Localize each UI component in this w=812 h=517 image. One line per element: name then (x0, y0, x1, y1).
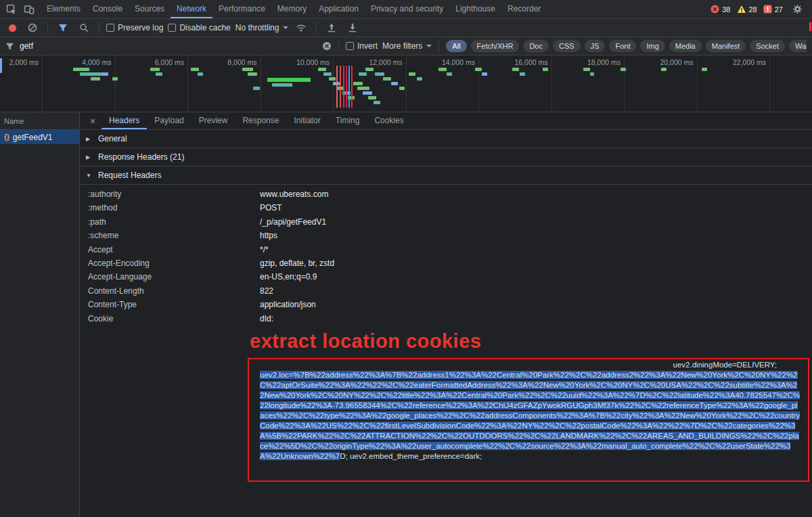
waterfall-bar[interactable] (198, 72, 203, 76)
waterfall-bar[interactable] (661, 68, 667, 71)
error-badge[interactable]: 38 (710, 5, 730, 14)
resource-type-pill[interactable]: Wasm (789, 40, 807, 52)
waterfall-bar[interactable] (482, 72, 487, 76)
detail-tab[interactable]: Headers (102, 112, 147, 129)
waterfall-bar[interactable] (323, 72, 332, 76)
waterfall-bar[interactable] (520, 72, 525, 76)
waterfall-bar[interactable] (359, 72, 367, 76)
waterfall-bar[interactable] (0, 58, 2, 73)
import-har-button[interactable] (323, 20, 340, 36)
settings-gear-icon[interactable] (789, 1, 805, 18)
cookie-value-block[interactable]: uev2.loc=%7B%22address%22%3A%7B%22addres… (260, 370, 801, 462)
waterfall-bar[interactable] (272, 83, 292, 87)
detail-tab[interactable]: Preview (191, 112, 235, 129)
waterfall-bar[interactable] (399, 87, 405, 90)
request-row[interactable]: {} getFeedV1 (0, 130, 79, 144)
waterfall-bar[interactable] (102, 72, 108, 76)
waterfall-bar[interactable] (475, 68, 482, 71)
close-detail-button[interactable]: × (84, 112, 102, 129)
export-har-button[interactable] (344, 20, 361, 36)
clear-filter-button[interactable] (322, 41, 332, 51)
resource-type-pill[interactable]: CSS (553, 40, 581, 52)
waterfall-bar[interactable] (329, 77, 336, 81)
waterfall-bar[interactable] (357, 87, 369, 90)
header-section-row[interactable]: ▶ Response Headers (21) (80, 148, 812, 166)
waterfall-bar[interactable] (391, 82, 398, 85)
waterfall-bar[interactable] (543, 68, 548, 71)
network-overview-waterfall[interactable]: 2,000 ms4,000 ms6,000 ms8,000 ms10,000 m… (0, 55, 812, 112)
preserve-log-checkbox[interactable] (106, 24, 114, 32)
waterfall-bar[interactable] (383, 77, 391, 81)
resource-type-pill[interactable]: Socket (750, 40, 785, 52)
detail-tab[interactable]: Initiator (286, 112, 328, 129)
waterfall-bar[interactable] (242, 68, 253, 71)
waterfall-bar[interactable] (590, 72, 594, 76)
waterfall-bar[interactable] (621, 68, 626, 71)
resource-type-pill[interactable]: All (446, 40, 466, 52)
detail-tab[interactable]: Timing (328, 112, 367, 129)
network-conditions-icon[interactable] (293, 20, 309, 36)
resource-type-pill[interactable]: JS (585, 40, 606, 52)
resource-type-pill[interactable]: Media (669, 40, 702, 52)
device-toolbar-icon[interactable] (21, 1, 37, 18)
waterfall-bar[interactable] (73, 68, 89, 71)
waterfall-bar[interactable] (191, 68, 199, 71)
waterfall-bar[interactable] (365, 68, 374, 71)
header-section-row[interactable]: ▶ General (80, 130, 812, 148)
waterfall-bar[interactable] (91, 77, 100, 81)
waterfall-bar[interactable] (156, 72, 162, 76)
waterfall-bar[interactable] (267, 78, 311, 82)
waterfall-bar[interactable] (80, 72, 102, 76)
waterfall-bar[interactable] (512, 68, 519, 71)
resource-type-pill[interactable]: Font (609, 40, 636, 52)
waterfall-bar[interactable] (417, 77, 422, 81)
main-tab[interactable]: Sources (129, 0, 171, 18)
header-section-row[interactable]: ▼ Request Headers (80, 166, 812, 185)
main-tab[interactable]: Performance (212, 0, 271, 18)
waterfall-bar[interactable] (253, 87, 260, 90)
requests-name-header[interactable]: Name (0, 112, 79, 130)
waterfall-bar[interactable] (409, 72, 415, 76)
resource-type-pill[interactable]: Img (640, 40, 664, 52)
detail-tab[interactable]: Payload (147, 112, 191, 129)
waterfall-bar[interactable] (702, 68, 707, 71)
warning-badge[interactable]: 28 (737, 5, 757, 14)
main-tab[interactable]: Elements (41, 0, 87, 18)
waterfall-bar[interactable] (150, 68, 160, 71)
waterfall-bar[interactable] (447, 72, 452, 76)
clear-network-log-button[interactable] (24, 20, 41, 36)
waterfall-bar[interactable] (248, 72, 257, 76)
detail-tab[interactable]: Cookies (367, 112, 411, 129)
main-tab[interactable]: Application (313, 0, 365, 18)
main-tab[interactable]: Network (171, 0, 212, 18)
waterfall-bar[interactable] (438, 68, 447, 71)
main-tab[interactable]: Lighthouse (449, 0, 501, 18)
cookie-selected-text[interactable]: uev2.loc=%7B%22address%22%3A%7B%22addres… (260, 371, 800, 460)
waterfall-bar[interactable] (583, 68, 590, 71)
filter-toggle-icon[interactable] (55, 20, 71, 36)
main-tab[interactable]: Privacy and security (365, 0, 449, 18)
waterfall-bar[interactable] (112, 77, 118, 81)
waterfall-bar[interactable] (368, 96, 376, 99)
resource-type-pill[interactable]: Fetch/XHR (471, 40, 520, 52)
resource-type-pill[interactable]: Doc (523, 40, 549, 52)
main-tab[interactable]: Memory (271, 0, 313, 18)
throttling-select[interactable]: No throttling (235, 23, 289, 32)
filter-input[interactable] (20, 41, 317, 51)
inspect-element-icon[interactable] (3, 1, 20, 18)
detail-tab[interactable]: Response (235, 112, 286, 129)
waterfall-bar[interactable] (375, 72, 384, 76)
invert-checkbox[interactable] (346, 42, 354, 50)
waterfall-bar[interactable] (318, 68, 326, 71)
waterfall-bar[interactable] (353, 82, 363, 85)
waterfall-bar[interactable] (363, 91, 372, 95)
disable-cache-checkbox[interactable] (168, 24, 176, 32)
main-tab[interactable]: Recorder (501, 0, 547, 18)
resource-type-pill[interactable]: Manifest (706, 40, 746, 52)
waterfall-bar[interactable] (374, 101, 380, 104)
issues-badge[interactable]: 27 (763, 5, 783, 14)
search-icon[interactable] (76, 20, 92, 36)
record-network-log-button[interactable] (9, 24, 16, 32)
main-tab[interactable]: Console (87, 0, 129, 18)
more-filters-dropdown[interactable]: More filters (382, 41, 432, 51)
